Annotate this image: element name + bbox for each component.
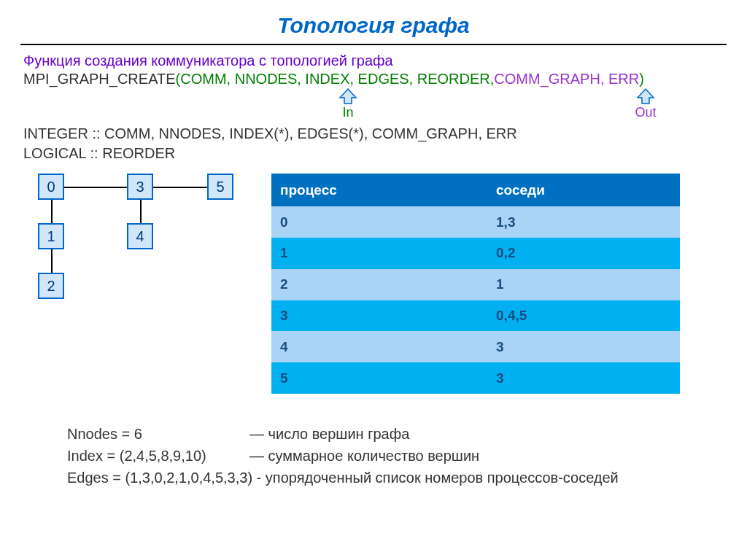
table-row: 10,2	[271, 238, 680, 269]
edge-3-5	[153, 187, 207, 188]
arrow-row: In Out	[23, 88, 724, 124]
edge-1-2	[51, 249, 53, 273]
neighbors-table: процесс соседи 01,3 10,2 21 30,4,5 43 53	[271, 174, 680, 394]
edge-3-4	[140, 200, 142, 223]
table-row: 21	[271, 269, 680, 300]
func-args-out: COMM_GRAPH, ERR	[494, 71, 639, 87]
col-neighbors: соседи	[487, 174, 680, 206]
table-header-row: процесс соседи	[271, 174, 680, 206]
edge-0-3	[64, 187, 127, 188]
func-name: MPI_GRAPH_CREATE	[23, 71, 176, 87]
arrow-up-icon	[635, 88, 657, 105]
col-process: процесс	[271, 174, 487, 206]
divider	[20, 44, 727, 45]
graph-diagram: 0 3 5 1 4 2	[23, 174, 242, 394]
table-row: 30,4,5	[271, 300, 680, 332]
nnodes-label: Nnodes = 6	[67, 423, 249, 445]
page-title: Топология графа	[0, 0, 747, 44]
table-row: 53	[271, 362, 680, 394]
graph-node-3: 3	[127, 174, 153, 200]
graph-node-4: 4	[127, 223, 153, 249]
arrow-up-icon	[337, 88, 359, 105]
graph-node-0: 0	[38, 174, 64, 200]
in-label: In	[342, 105, 353, 120]
in-arrow: In	[337, 88, 359, 120]
parameter-explanation: Nnodes = 6 — число вершин графа Index = …	[23, 423, 724, 489]
graph-node-5: 5	[207, 174, 233, 200]
graph-node-2: 2	[38, 273, 64, 299]
function-signature: MPI_GRAPH_CREATE(COMM, NNODES, INDEX, ED…	[23, 71, 724, 88]
table-row: 43	[271, 331, 680, 362]
table-row: 01,3	[271, 206, 680, 238]
function-description: Функция создания коммуникатора с тополог…	[23, 52, 724, 69]
func-args-in: COMM, NNODES, INDEX, EDGES, REORDER,	[180, 71, 494, 87]
graph-node-1: 1	[38, 223, 64, 249]
out-arrow: Out	[635, 88, 657, 120]
index-label: Index = (2,4,5,8,9,10)	[67, 445, 249, 467]
out-label: Out	[635, 105, 656, 120]
index-desc: — суммарное количество вершин	[249, 445, 479, 467]
edge-0-1	[51, 200, 53, 223]
edges-line: Edges = (1,3,0,2,1,0,4,5,3,3) - упорядоч…	[67, 467, 724, 489]
nnodes-desc: — число вершин графа	[249, 423, 409, 445]
declaration-logical: LOGICAL :: REORDER	[23, 144, 724, 163]
declaration-integer: INTEGER :: COMM, NNODES, INDEX(*), EDGES…	[23, 124, 724, 144]
